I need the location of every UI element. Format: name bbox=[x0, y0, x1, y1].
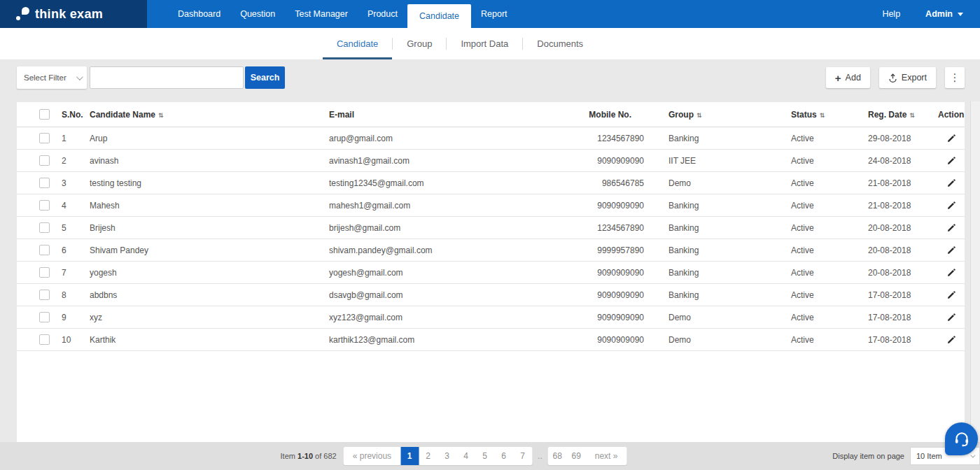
admin-menu[interactable]: Admin bbox=[916, 9, 963, 19]
cell-sno: 3 bbox=[62, 178, 90, 188]
page-numbers-tail: 6869 bbox=[548, 447, 586, 465]
edit-button[interactable] bbox=[946, 155, 958, 166]
cell-sno: 4 bbox=[62, 201, 90, 211]
table-row: 6 Shivam Pandey shivam.pandey@gmail.com … bbox=[17, 239, 965, 262]
cell-mobile: 1234567890 bbox=[570, 223, 644, 233]
page-button-7[interactable]: 7 bbox=[513, 447, 532, 465]
pencil-icon bbox=[947, 313, 956, 322]
cell-sno: 7 bbox=[62, 268, 90, 278]
page-button-68[interactable]: 68 bbox=[548, 447, 567, 465]
row-checkbox[interactable] bbox=[39, 267, 50, 278]
cell-reg-date: 21-08-2018 bbox=[868, 178, 938, 188]
col-group[interactable]: Group⇅ bbox=[644, 110, 791, 120]
help-link[interactable]: Help bbox=[872, 9, 916, 19]
page-numbers: 1234567 bbox=[400, 447, 532, 465]
page-button-3[interactable]: 3 bbox=[438, 447, 456, 465]
select-filter-dropdown[interactable]: Select Filter bbox=[17, 66, 87, 89]
cell-mobile: 9999957890 bbox=[570, 245, 644, 255]
nav-item-report[interactable]: Report bbox=[471, 0, 517, 28]
pencil-icon bbox=[947, 268, 956, 277]
edit-button[interactable] bbox=[946, 266, 958, 278]
page-button-6[interactable]: 6 bbox=[494, 447, 513, 465]
logo: think exam bbox=[0, 0, 147, 28]
cell-group: Banking bbox=[644, 134, 791, 143]
cell-candidate-name: Karthik bbox=[90, 335, 329, 345]
table-row: 7 yogesh yogesh@gmail.com 9090909090 Ban… bbox=[17, 262, 965, 284]
headset-icon bbox=[953, 430, 971, 448]
edit-button[interactable] bbox=[946, 177, 958, 189]
row-checkbox[interactable] bbox=[39, 334, 50, 345]
cell-mobile: 9090909090 bbox=[570, 335, 644, 345]
export-button[interactable]: Export bbox=[879, 67, 936, 88]
page-button-1[interactable]: 1 bbox=[400, 447, 419, 465]
nav-item-dashboard[interactable]: Dashboard bbox=[168, 0, 230, 28]
table-row: 4 Mahesh mahesh1@gmail.com 9090909090 Ba… bbox=[17, 194, 965, 217]
edit-button[interactable] bbox=[946, 289, 958, 301]
nav-item-product[interactable]: Product bbox=[358, 0, 407, 28]
row-checkbox[interactable] bbox=[39, 200, 50, 211]
more-options-button[interactable]: ⋮ bbox=[945, 67, 965, 88]
edit-button[interactable] bbox=[946, 244, 958, 256]
pager-ellipsis: .. bbox=[538, 451, 542, 461]
add-button[interactable]: + Add bbox=[826, 67, 870, 88]
cell-email: karthik123@gmail.com bbox=[329, 335, 570, 345]
edit-button[interactable] bbox=[946, 132, 958, 144]
row-checkbox[interactable] bbox=[39, 133, 50, 143]
cell-status: Active bbox=[791, 268, 868, 278]
admin-label: Admin bbox=[925, 9, 953, 19]
row-checkbox[interactable] bbox=[39, 222, 50, 233]
table-row: 3 testing testing testing12345@gmail.com… bbox=[17, 172, 965, 194]
cell-candidate-name: Shivam Pandey bbox=[90, 245, 329, 255]
page-button-5[interactable]: 5 bbox=[475, 447, 494, 465]
col-candidate-name[interactable]: Candidate Name⇅ bbox=[90, 110, 329, 120]
sort-icon: ⇅ bbox=[909, 112, 915, 119]
pager-pill-tail: 6869 next » bbox=[548, 447, 627, 465]
search-button[interactable]: Search bbox=[245, 66, 285, 89]
edit-button[interactable] bbox=[946, 199, 958, 211]
nav-item-question[interactable]: Question bbox=[230, 0, 285, 28]
scrollbar-track[interactable] bbox=[970, 101, 980, 442]
edit-button[interactable] bbox=[946, 334, 958, 346]
page-button-2[interactable]: 2 bbox=[419, 447, 438, 465]
tab-candidate[interactable]: Candidate bbox=[323, 28, 392, 59]
row-checkbox[interactable] bbox=[39, 290, 50, 300]
cell-status: Active bbox=[791, 245, 868, 255]
col-status[interactable]: Status⇅ bbox=[791, 110, 868, 120]
cell-reg-date: 21-08-2018 bbox=[868, 201, 938, 211]
select-all-checkbox[interactable] bbox=[39, 109, 50, 120]
col-mobile: Mobile No. bbox=[570, 110, 644, 120]
edit-button[interactable] bbox=[946, 222, 958, 234]
page-button-4[interactable]: 4 bbox=[456, 447, 475, 465]
table-body: 1 Arup arup@gmail.com 1234567890 Banking… bbox=[17, 127, 965, 351]
brand-dots-icon bbox=[15, 6, 31, 22]
col-reg-date[interactable]: Reg. Date⇅ bbox=[868, 110, 938, 120]
pencil-icon bbox=[947, 245, 956, 255]
cell-status: Active bbox=[791, 223, 868, 233]
next-button[interactable]: next » bbox=[586, 451, 627, 461]
tab-import-data[interactable]: Import Data bbox=[447, 28, 522, 59]
add-label: Add bbox=[846, 73, 861, 83]
support-button[interactable] bbox=[945, 422, 978, 455]
pencil-icon bbox=[947, 223, 956, 232]
tab-group[interactable]: Group bbox=[393, 28, 446, 59]
table-row: 10 Karthik karthik123@gmail.com 90909090… bbox=[17, 329, 965, 351]
col-email: E-mail bbox=[329, 110, 570, 120]
candidate-subnav: CandidateGroupImport DataDocuments bbox=[0, 28, 980, 59]
cell-sno: 10 bbox=[62, 335, 90, 345]
row-checkbox[interactable] bbox=[39, 312, 50, 322]
tab-documents[interactable]: Documents bbox=[523, 28, 597, 59]
kebab-icon: ⋮ bbox=[950, 71, 960, 84]
row-checkbox[interactable] bbox=[39, 178, 50, 188]
cell-status: Active bbox=[791, 178, 868, 188]
page-button-69[interactable]: 69 bbox=[567, 447, 586, 465]
previous-button[interactable]: « previous bbox=[344, 451, 400, 461]
row-checkbox[interactable] bbox=[39, 245, 50, 255]
row-checkbox[interactable] bbox=[39, 155, 50, 166]
table-header-row: S.No. Candidate Name⇅ E-mail Mobile No. … bbox=[17, 102, 965, 127]
edit-button[interactable] bbox=[946, 311, 958, 323]
nav-item-test-manager[interactable]: Test Manager bbox=[285, 0, 358, 28]
search-input[interactable] bbox=[90, 66, 244, 89]
table-row: 5 Brijesh brijesh@gmail.com 1234567890 B… bbox=[17, 217, 965, 239]
nav-item-candidate[interactable]: Candidate bbox=[407, 4, 471, 28]
cell-email: testing12345@gmail.com bbox=[329, 178, 570, 188]
